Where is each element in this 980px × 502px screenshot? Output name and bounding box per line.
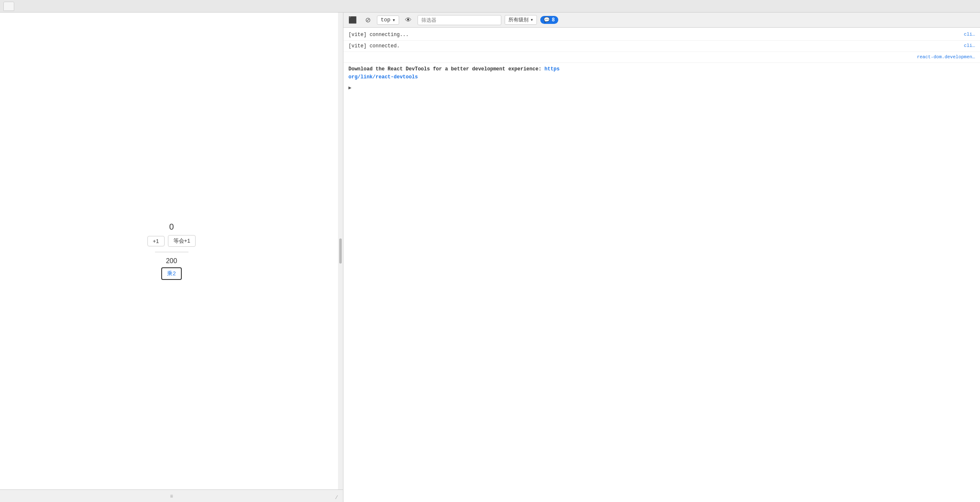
- vite-connecting-text: [vite] connecting...: [348, 31, 409, 39]
- chevron-down-icon: ▾: [530, 17, 533, 23]
- second-counter-value: 200: [166, 257, 177, 265]
- message-count: 8: [552, 17, 554, 23]
- browser-bottom-bar: ≡ ⁄: [0, 489, 343, 502]
- main-layout: 0 +1 等会+1 200 乘2 ≡ ⁄: [0, 13, 980, 502]
- browser-toolbar: [0, 0, 980, 13]
- context-selector[interactable]: top ▾: [377, 16, 399, 25]
- ban-icon: ⊘: [365, 16, 371, 24]
- react-devtools-message: Download the React DevTools for a better…: [343, 63, 980, 84]
- chat-icon: 💬: [544, 17, 550, 23]
- counter-value: 0: [169, 222, 174, 232]
- vite-connected-row: [vite] connected. cli…: [348, 42, 975, 50]
- bottom-handle-icon: ≡: [170, 493, 173, 499]
- console-messages: [vite] connecting... cli… [vite] connect…: [343, 28, 980, 502]
- second-counter: 200 乘2: [161, 257, 181, 280]
- bottom-right-icon: ⁄: [336, 494, 337, 500]
- context-label: top: [381, 17, 390, 23]
- app-display: 0 +1 等会+1 200 乘2: [147, 222, 196, 280]
- eye-icon: 👁: [405, 16, 412, 24]
- console-message: [vite] connecting... cli…: [343, 29, 980, 41]
- denghui-button[interactable]: 等会+1: [168, 235, 196, 247]
- devtools-toolbar: ⬛ ⊘ top ▾ 👁 所有级别 ▾ 💬 8: [343, 13, 980, 28]
- eye-button[interactable]: 👁: [402, 14, 414, 26]
- inspect-icon: ⬛: [348, 16, 357, 24]
- console-message: [vite] connected. cli…: [343, 41, 980, 52]
- browser-scrollbar[interactable]: [338, 13, 343, 489]
- chevron-down-icon: ▾: [392, 17, 395, 23]
- counter-buttons: +1 等会+1: [147, 235, 196, 247]
- vite-connecting-source[interactable]: cli…: [964, 31, 975, 39]
- vite-connected-text: [vite] connected.: [348, 42, 400, 50]
- console-message-source: react-dom.developmen…: [343, 52, 980, 63]
- scrollbar-handle[interactable]: [339, 238, 342, 264]
- expand-arrow[interactable]: ▶: [343, 84, 980, 92]
- level-selector[interactable]: 所有级别 ▾: [505, 15, 537, 25]
- divider-line: [155, 252, 188, 252]
- react-devtools-text: Download the React DevTools for a better…: [348, 66, 544, 72]
- vite-connected-source[interactable]: cli…: [964, 42, 975, 50]
- message-count-badge: 💬 8: [540, 16, 558, 24]
- browser-tab[interactable]: [3, 2, 14, 11]
- react-dom-source[interactable]: react-dom.developmen…: [917, 54, 975, 61]
- filter-input[interactable]: [418, 15, 501, 25]
- browser-panel: 0 +1 等会+1 200 乘2 ≡ ⁄: [0, 13, 343, 502]
- cheng2-button[interactable]: 乘2: [161, 267, 181, 280]
- level-label: 所有级别: [508, 16, 529, 23]
- vite-connecting-row: [vite] connecting... cli…: [348, 31, 975, 39]
- devtools-panel: ⬛ ⊘ top ▾ 👁 所有级别 ▾ 💬 8: [343, 13, 980, 502]
- inspect-element-button[interactable]: ⬛: [347, 14, 358, 26]
- browser-content: 0 +1 等会+1 200 乘2: [0, 13, 343, 489]
- plus1-button[interactable]: +1: [147, 236, 165, 246]
- clear-console-button[interactable]: ⊘: [362, 14, 374, 26]
